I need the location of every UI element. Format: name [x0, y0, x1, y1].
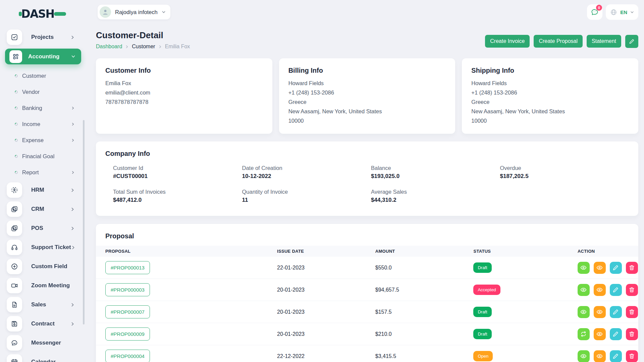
sidebar-item-label: Customer — [22, 73, 46, 79]
chevron-right-icon — [70, 207, 75, 212]
sidebar-item-projects[interactable]: Projects — [0, 29, 85, 45]
company-info-grid: Customer Id #CUST00001 Date of Creation … — [105, 165, 629, 203]
field-value: $44,310.2 — [371, 197, 500, 203]
pencil-icon — [629, 39, 635, 44]
proposal-link[interactable]: #PROP000007 — [105, 305, 150, 318]
card-title: Company Info — [105, 150, 629, 158]
create-invoice-button[interactable]: Create Invoice — [485, 35, 530, 48]
preview-button[interactable] — [594, 306, 606, 318]
edit-button[interactable] — [610, 284, 622, 296]
status-badge: Accepted — [473, 285, 500, 295]
proposal-link[interactable]: #PROP000004 — [105, 350, 150, 362]
issue-date: 22-12-2022 — [277, 353, 305, 359]
field-value: 11 — [242, 197, 371, 203]
sidebar-scrollbar[interactable] — [83, 120, 85, 324]
messages-button[interactable]: 0 — [587, 4, 602, 20]
sidebar-item-finacial-goal[interactable]: Finacial Goal — [0, 150, 85, 162]
preview-button[interactable] — [594, 262, 606, 274]
chevron-right-icon — [71, 106, 75, 110]
customer-name: Emilia Fox — [105, 78, 263, 88]
proposal-card: Proposal PROPOSAL ISSUE DATE AMOUNT STAT… — [96, 224, 638, 362]
sidebar-item-banking[interactable]: Banking — [0, 102, 85, 114]
preview-button[interactable] — [594, 328, 606, 340]
sidebar-item-label: Custom Field — [31, 263, 67, 270]
breadcrumb-current: Emilia Fox — [165, 44, 190, 50]
statement-button[interactable]: Statement — [587, 35, 621, 48]
sidebar-item-hrm[interactable]: HRM — [0, 182, 85, 198]
headset-icon — [7, 240, 22, 255]
view-button[interactable] — [578, 284, 590, 296]
eye-icon — [596, 353, 603, 359]
sidebar-item-support-ticket[interactable]: Support Ticket — [0, 240, 85, 255]
sidebar-item-custom-field[interactable]: Custom Field — [0, 259, 85, 274]
view-button[interactable] — [578, 350, 590, 362]
view-button[interactable] — [578, 262, 590, 274]
delete-button[interactable] — [626, 328, 638, 340]
delete-button[interactable] — [626, 350, 638, 362]
amount: $157.5 — [375, 309, 392, 315]
sidebar-item-accounting[interactable]: Accounting — [5, 49, 81, 64]
sidebar-item-pos[interactable]: POS — [0, 221, 85, 236]
document-icon — [7, 297, 22, 312]
logo-dash-bar — [54, 12, 66, 16]
edit-button[interactable] — [610, 306, 622, 318]
edit-button[interactable] — [610, 262, 622, 274]
proposal-link[interactable]: #PROP000009 — [105, 327, 150, 341]
bullet-icon — [14, 74, 18, 78]
field-customer-id: Customer Id #CUST00001 — [113, 165, 242, 180]
shipping-phone: +1 (248) 153-2086 — [471, 88, 629, 97]
field-date-of-creation: Date of Creation 10-12-2022 — [242, 165, 371, 180]
page-title: Customer-Detail — [96, 30, 190, 41]
messages-badge: 0 — [596, 5, 602, 11]
sidebar-item-report[interactable]: Report — [0, 166, 85, 178]
sidebar-item-vendor[interactable]: Vendor — [0, 86, 85, 98]
edit-button[interactable] — [610, 328, 622, 340]
breadcrumb-dashboard[interactable]: Dashboard — [96, 44, 122, 50]
edit-button[interactable] — [610, 350, 622, 362]
app-logo[interactable]: DASH — [0, 5, 85, 22]
accounting-submenu: Customer Vendor Banking Income Expense — [0, 70, 85, 178]
view-button[interactable] — [578, 306, 590, 318]
sidebar-item-calendar[interactable]: Calendar — [0, 354, 85, 362]
language-selector[interactable]: EN — [606, 4, 638, 20]
field-value: $193,025.0 — [371, 173, 500, 180]
sidebar-item-zoom-meeting[interactable]: Zoom Meeting — [0, 278, 85, 293]
sidebar-item-contract[interactable]: Contract — [0, 316, 85, 331]
field-label: Balance — [371, 165, 500, 171]
proposal-link[interactable]: #PROP000013 — [105, 261, 150, 274]
pencil-icon — [612, 353, 619, 359]
convert-button[interactable] — [578, 328, 590, 340]
bullet-icon — [14, 106, 18, 110]
workspace-selector[interactable]: Rajodiya infotech — [98, 5, 170, 19]
chevron-right-icon — [70, 303, 75, 307]
preview-button[interactable] — [594, 350, 606, 362]
preview-button[interactable] — [594, 284, 606, 296]
field-label: Quantity of Invoice — [242, 189, 371, 195]
delete-button[interactable] — [626, 306, 638, 318]
create-proposal-button[interactable]: Create Proposal — [534, 35, 583, 48]
delete-button[interactable] — [626, 262, 638, 274]
sidebar-item-sales[interactable]: Sales — [0, 297, 85, 312]
shipping-name: Howard Fields — [471, 78, 629, 88]
pencil-icon — [612, 264, 619, 271]
chevron-right-icon — [158, 45, 162, 49]
trash-icon — [629, 331, 635, 337]
sidebar-item-expense[interactable]: Expense — [0, 134, 85, 146]
sidebar-item-crm[interactable]: CRM — [0, 201, 85, 217]
sidebar-item-income[interactable]: Income — [0, 118, 85, 130]
eye-icon — [596, 287, 603, 293]
billing-country: Greece — [288, 97, 446, 107]
chevron-down-icon — [71, 54, 75, 59]
sidebar-item-messenger[interactable]: Messenger — [0, 335, 85, 351]
hrm-icon — [7, 182, 22, 198]
sidebar-item-customer[interactable]: Customer — [0, 70, 85, 82]
sidebar-item-label: CRM — [31, 206, 44, 213]
breadcrumb-customer[interactable]: Customer — [132, 44, 155, 50]
card-title: Customer Info — [105, 67, 263, 74]
edit-customer-button[interactable] — [625, 35, 638, 48]
save-icon — [7, 316, 22, 331]
field-overdue: Overdue $187,202.5 — [500, 165, 629, 180]
page-actions: Create Invoice Create Proposal Statement — [485, 35, 638, 50]
delete-button[interactable] — [626, 284, 638, 296]
proposal-link[interactable]: #PROP000003 — [105, 283, 150, 296]
